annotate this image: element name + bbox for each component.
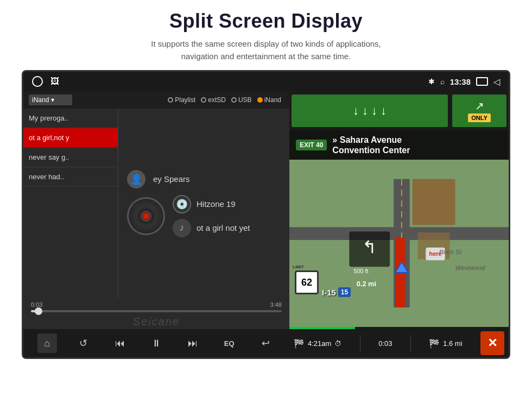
album-info: 💿 Hitzone 19 bbox=[173, 195, 250, 213]
flag-icon: 🏁 bbox=[294, 338, 305, 349]
page-header: Split Screen Display It supports the sam… bbox=[0, 0, 532, 70]
repeat-button[interactable]: ↺ bbox=[74, 333, 93, 353]
nav-divider-1 bbox=[360, 335, 360, 351]
source-option-extsd[interactable]: extSD bbox=[201, 96, 226, 104]
sign-green-arrows: ↓ ↓ ↓ ↓ bbox=[292, 94, 448, 127]
playlist-sidebar: My preroga.. ot a girl,not y never say g… bbox=[23, 109, 118, 298]
cd-icon: 💿 bbox=[176, 198, 188, 210]
nav-divider-2 bbox=[410, 335, 411, 351]
map-area: here ↰ Birch St Westwood 500 ft 0.2 mi L… bbox=[289, 160, 509, 327]
player-area: 👤 ey Spears 💿 bbox=[118, 109, 289, 298]
vinyl-center bbox=[142, 212, 150, 220]
page-title: Split Screen Display bbox=[33, 10, 499, 33]
arrow-up-right-icon: ↗ bbox=[475, 99, 484, 112]
source-option-inand[interactable]: iNand bbox=[257, 96, 281, 104]
highway-badge: I-15 15 bbox=[322, 287, 351, 297]
arrow-down-2: ↓ bbox=[362, 104, 368, 118]
music-panel: iNand ▾ Playlist extSD USB bbox=[23, 91, 289, 357]
arrow-down-1: ↓ bbox=[353, 104, 359, 118]
speed-limit-label: LIMIT bbox=[293, 264, 304, 269]
nav-arrival-block: 🏁 4:21am ⏱ bbox=[294, 338, 341, 349]
exit-badge: EXIT 40 bbox=[296, 140, 327, 150]
status-time: 13:38 bbox=[450, 77, 471, 86]
svg-text:500 ft: 500 ft bbox=[353, 268, 368, 274]
playlist-item-2[interactable]: ot a girl,not y bbox=[23, 128, 118, 148]
only-badge: ONLY bbox=[468, 114, 491, 122]
playlist-item-1[interactable]: My preroga.. bbox=[23, 109, 118, 128]
page-subtitle: It supports the same screen display of t… bbox=[33, 38, 499, 62]
progress-track[interactable] bbox=[31, 310, 282, 312]
track-info: ♪ ot a girl not yet bbox=[173, 219, 250, 237]
nav-arrival-time: 4:21am bbox=[308, 339, 331, 348]
play-pause-button[interactable]: ⏸ bbox=[147, 333, 166, 353]
music-icon-circle: ♪ bbox=[173, 219, 191, 237]
clock-icon: ⏱ bbox=[334, 339, 341, 348]
map-svg: here ↰ Birch St Westwood 500 ft 0.2 mi bbox=[289, 160, 509, 327]
highway-shield: 15 bbox=[338, 287, 351, 297]
main-screen: iNand ▾ Playlist extSD USB bbox=[23, 91, 509, 357]
source-option-usb[interactable]: USB bbox=[231, 96, 252, 104]
playlist-item-3[interactable]: never say g.. bbox=[23, 148, 118, 167]
next-button[interactable]: ⏭ bbox=[183, 333, 202, 353]
direction-banner: EXIT 40 » Sahara Avenue Convention Cente… bbox=[289, 130, 509, 160]
time-total: 3:48 bbox=[270, 301, 282, 308]
bluetooth-icon: ✱ bbox=[428, 77, 435, 86]
status-left: 🖼 bbox=[32, 76, 59, 87]
album-row: 💿 Hitzone 19 ♪ ot a girl not yet bbox=[127, 195, 281, 237]
artist-icon: 👤 bbox=[127, 170, 145, 188]
disc-icon: 💿 bbox=[173, 195, 191, 213]
artist-name: ey Spears bbox=[153, 174, 190, 184]
back-button[interactable]: ↩ bbox=[256, 333, 275, 353]
music-note-icon: ♪ bbox=[180, 222, 185, 234]
nav-elapsed-time: 0:03 bbox=[378, 339, 392, 348]
svg-text:0.2 mi: 0.2 mi bbox=[357, 280, 376, 288]
time-current: 0:03 bbox=[31, 301, 42, 308]
highway-label: I-15 bbox=[322, 288, 336, 297]
radio-dot-extsd bbox=[201, 97, 206, 103]
radio-dot-inand bbox=[257, 97, 263, 103]
watermark: Seicane bbox=[23, 314, 289, 329]
direction-line1: » Sahara Avenue bbox=[332, 135, 410, 145]
album-name: Hitzone 19 bbox=[197, 199, 236, 209]
svg-rect-5 bbox=[413, 179, 455, 225]
radio-dot-playlist bbox=[168, 97, 173, 103]
source-dropdown-label: iNand bbox=[32, 96, 49, 104]
arrow-down-3: ↓ bbox=[371, 104, 377, 118]
image-icon: 🖼 bbox=[50, 77, 59, 86]
bottom-progress-bar bbox=[289, 327, 509, 329]
artist-row: 👤 ey Spears bbox=[127, 170, 281, 188]
progress-thumb[interactable] bbox=[35, 307, 42, 315]
status-right: ✱ ⌕ 13:38 ◁ bbox=[428, 77, 500, 87]
home-button[interactable]: ⌂ bbox=[37, 333, 57, 353]
person-icon: 👤 bbox=[130, 173, 142, 185]
circle-icon bbox=[32, 76, 43, 87]
controls-bar: ⌂ ↺ ⏮ ⏸ ⏭ EQ ↩ bbox=[23, 329, 289, 357]
nav-elapsed-block: 0:03 bbox=[378, 339, 392, 348]
speed-badge: 62 bbox=[295, 270, 319, 294]
status-bar: 🖼 ✱ ⌕ 13:38 ◁ bbox=[23, 72, 509, 91]
radio-dot-usb bbox=[231, 97, 237, 103]
green-progress-fill bbox=[289, 327, 355, 329]
svg-text:Birch St: Birch St bbox=[439, 248, 462, 256]
location-icon: ⌕ bbox=[440, 77, 445, 86]
progress-area: 0:03 3:48 bbox=[23, 298, 289, 314]
source-bar: iNand ▾ Playlist extSD USB bbox=[23, 91, 289, 109]
device-frame: 🖼 ✱ ⌕ 13:38 ◁ iNand ▾ Playlist bbox=[22, 70, 510, 359]
source-options: Playlist extSD USB iNand bbox=[77, 96, 284, 104]
nav-signs-bar: ↓ ↓ ↓ ↓ ↗ ONLY bbox=[289, 91, 509, 130]
prev-button[interactable]: ⏮ bbox=[110, 333, 130, 353]
flag-icon-2: 🏁 bbox=[429, 338, 440, 349]
direction-line2: Convention Center bbox=[332, 145, 410, 155]
source-option-playlist[interactable]: Playlist bbox=[168, 96, 195, 104]
direction-text-block: » Sahara Avenue Convention Center bbox=[332, 135, 410, 155]
track-name: ot a girl not yet bbox=[197, 223, 250, 232]
svg-text:↰: ↰ bbox=[362, 237, 377, 257]
nav-bottom-bar: 🏁 4:21am ⏱ 0:03 🏁 1.6 mi ✕ bbox=[289, 329, 509, 357]
sign-only: ↗ ONLY bbox=[452, 94, 506, 127]
playlist-item-4[interactable]: never had.. bbox=[23, 167, 118, 187]
progress-times: 0:03 3:48 bbox=[31, 301, 282, 308]
eq-button[interactable]: EQ bbox=[219, 333, 239, 353]
nav-close-button[interactable]: ✕ bbox=[480, 331, 504, 355]
content-area: My preroga.. ot a girl,not y never say g… bbox=[23, 109, 289, 298]
source-dropdown[interactable]: iNand ▾ bbox=[29, 94, 72, 105]
